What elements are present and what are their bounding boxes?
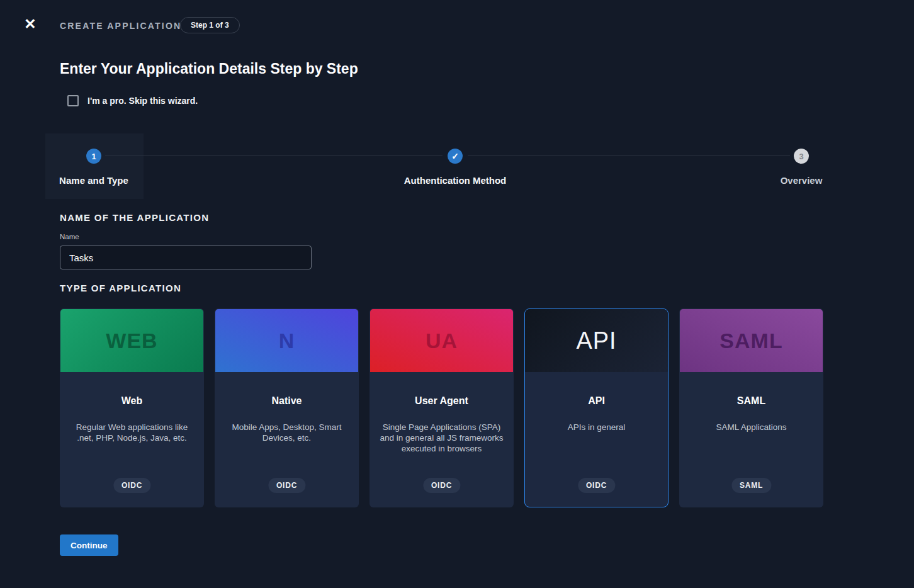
step-3-circle[interactable]: 3 <box>794 149 809 164</box>
web-card-banner: WEB <box>60 309 203 372</box>
skip-wizard-checkbox[interactable] <box>67 95 79 106</box>
native-card-title: Native <box>215 395 358 407</box>
user-agent-card-description: Single Page Applications (SPA) and in ge… <box>377 422 505 454</box>
type-card-user-agent[interactable]: UA User Agent Single Page Applications (… <box>370 308 514 507</box>
name-field-label: Name <box>60 233 79 240</box>
step-indicator-badge: Step 1 of 3 <box>180 17 240 33</box>
type-section-heading: TYPE OF APPLICATION <box>60 283 181 293</box>
step-1-circle[interactable]: 1 <box>86 149 101 164</box>
continue-button[interactable]: Continue <box>60 534 118 556</box>
step-1-number: 1 <box>91 152 96 161</box>
web-card-description: Regular Web applications like .net, PHP,… <box>67 422 196 443</box>
api-card-description: APIs in general <box>532 422 660 433</box>
step-2-circle[interactable]: ✓ <box>448 149 463 164</box>
application-name-input[interactable] <box>60 246 312 269</box>
page-title: CREATE APPLICATION <box>60 21 181 31</box>
application-type-cards: WEB Web Regular Web applications like .n… <box>60 308 823 507</box>
api-card-banner: API <box>525 309 668 372</box>
step-3-number: 3 <box>799 152 803 161</box>
web-card-title: Web <box>60 395 203 407</box>
user-agent-card-protocol-badge: OIDC <box>423 478 460 493</box>
skip-wizard-label: I'm a pro. Skip this wizard. <box>87 96 198 106</box>
step-connector-2 <box>468 155 790 156</box>
stepper: 1 ✓ 3 Name and Type Authentication Metho… <box>0 133 914 199</box>
saml-card-title: SAML <box>680 395 823 407</box>
type-card-native[interactable]: N Native Mobile Apps, Desktop, Smart Dev… <box>215 308 359 507</box>
api-card-title: API <box>525 395 668 407</box>
type-card-web[interactable]: WEB Web Regular Web applications like .n… <box>60 308 204 507</box>
name-section-heading: NAME OF THE APPLICATION <box>60 212 209 223</box>
api-card-protocol-badge: OIDC <box>578 478 615 493</box>
step-2-label: Authentication Method <box>404 175 506 186</box>
check-icon: ✓ <box>451 151 459 161</box>
step-1-label: Name and Type <box>59 175 128 186</box>
type-card-saml[interactable]: SAML SAML SAML Applications SAML <box>679 308 823 507</box>
user-agent-card-banner: UA <box>370 309 513 372</box>
native-card-description: Mobile Apps, Desktop, Smart Devices, etc… <box>222 422 351 443</box>
saml-card-protocol-badge: SAML <box>731 478 771 493</box>
saml-card-description: SAML Applications <box>687 422 815 433</box>
type-card-api[interactable]: API API APIs in general OIDC <box>524 308 669 507</box>
web-card-protocol-badge: OIDC <box>113 478 150 493</box>
create-application-wizard: ✕ CREATE APPLICATION Step 1 of 3 Enter Y… <box>0 0 914 588</box>
wizard-heading: Enter Your Application Details Step by S… <box>60 60 358 77</box>
step-connector-1 <box>105 155 443 156</box>
user-agent-card-title: User Agent <box>370 395 513 407</box>
close-button[interactable]: ✕ <box>21 15 39 33</box>
saml-card-banner: SAML <box>680 309 823 372</box>
native-card-protocol-badge: OIDC <box>268 478 305 493</box>
step-3-label: Overview <box>781 175 823 186</box>
native-card-banner: N <box>215 309 358 372</box>
close-icon: ✕ <box>24 16 36 32</box>
active-step-highlight <box>45 133 144 199</box>
